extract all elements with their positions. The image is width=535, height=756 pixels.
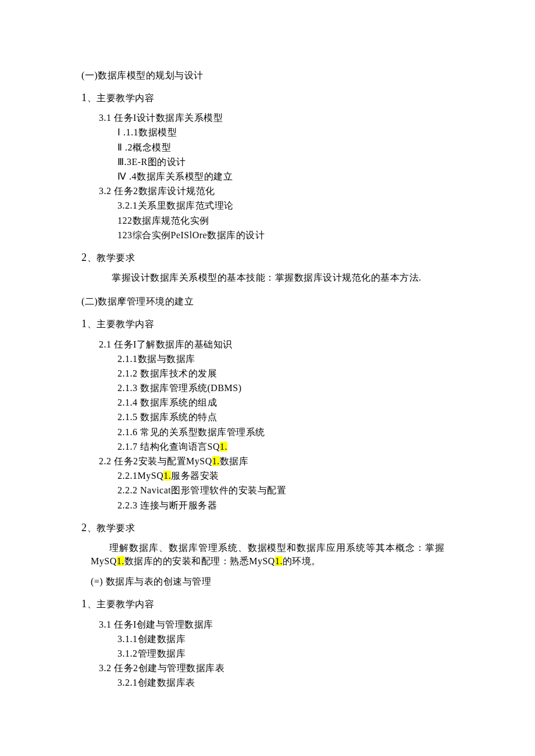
highlight-sql-5: 1. — [275, 556, 283, 566]
s3-item-1: 3.1.1创建数据库 — [117, 632, 454, 646]
num-1b: 1 — [81, 318, 87, 329]
s1-req-text: 掌握设计数据库关系模型的基本技能：掌握数据库设计规范化的基本方法. — [93, 271, 454, 284]
s3-j1: 3.2.1创建数据库表 — [117, 676, 454, 689]
s2-item-7: 2.1.7 结构化查询语言SQ1. — [117, 440, 454, 453]
num-1c: 1 — [81, 598, 87, 610]
s1-item-3: Ⅲ.3E-R图的设计 — [117, 155, 454, 169]
num-2b: 2 — [81, 522, 87, 533]
s2-item-7a: 2.1.7 结构化查询语言SQ — [117, 442, 220, 452]
s2-j1c: 服务器安装 — [171, 471, 219, 481]
s2-item-2: 2.1.2 数据库技术的发展 — [117, 367, 454, 380]
s2-j1: 2.2.1MySQ1.服务器安装 — [117, 469, 454, 482]
s1-item-1: Ⅰ .1.1数据模型 — [117, 126, 454, 139]
section-3-part-1-label: 1、主要教学内容 — [81, 596, 454, 611]
highlight-sql-3: 1. — [163, 471, 171, 481]
s2-item-4: 2.1.4 数据库系统的组成 — [117, 396, 454, 409]
highlight-sql-2: 1. — [212, 456, 220, 466]
section-2-part-1-label: 1、主要教学内容 — [81, 316, 454, 331]
s3-item-2: 3.1.2管理数据库 — [117, 647, 454, 660]
s2-task-2: 2.2 任务2安装与配置MySQ1.数据库 — [99, 454, 454, 468]
s3-task-1: 3.1 任务I创建与管理数据库 — [99, 618, 454, 631]
s1-item-6: 122数据库规范化实例 — [117, 214, 454, 227]
section-1-part-2-label: 2、教学要求 — [81, 250, 454, 265]
s2-j1a: 2.2.1MySQ — [117, 471, 163, 481]
highlight-sql-4: 1. — [117, 556, 124, 566]
s2-task-2c: 数据库 — [220, 456, 249, 466]
s2-item-1: 2.1.1数据与数据库 — [117, 352, 454, 366]
s2-req-text: 理解数据库、数据库管理系统、数据模型和数据库应用系统等其本概念：掌握MySQ1.… — [91, 541, 444, 568]
s2-item-6: 2.1.6 常见的关系型数据库管理系统 — [117, 425, 454, 439]
s3-task-2: 3.2 任务2创建与管理数据库表 — [99, 661, 454, 675]
s1-item-5: 3.2.1关系里数据库范式理论 — [117, 199, 454, 212]
s1-item-7: 123综合实例PeISlOre数据库的设计 — [117, 228, 454, 242]
s2-item-5: 2.1.5 数据库系统的特点 — [117, 410, 454, 424]
s2-req-e: 的环境。 — [283, 556, 321, 566]
section-2-title: (二)数据摩管理环境的建立 — [81, 295, 454, 308]
s2-req-c: 数据库的的安装和配理：熟悉MySQ — [124, 556, 275, 566]
section-2-part-2-label: 2、教学要求 — [81, 520, 454, 535]
s1-item-4: Ⅳ .4数据库关系模型的建立 — [117, 170, 454, 183]
s2-j3: 2.2.3 连接与断开服务器 — [117, 499, 454, 512]
num-2: 2 — [81, 252, 87, 263]
s2-item-3: 2.1.3 数据库管理系统(DBMS) — [117, 381, 454, 395]
s1-item-2: Ⅱ .2概念模型 — [117, 141, 454, 154]
highlight-sql-1: 1. — [220, 442, 227, 452]
section-1-part-1-label: 11、主要教学内容、主要教学内容 — [81, 90, 454, 105]
section-1-title: (一)数据库模型的规划与设计 — [81, 69, 454, 82]
section-3-title: (=) 数据库与表的创速与管理 — [91, 575, 454, 588]
s1-task-2: 3.2 任务2数据库设计规范化 — [99, 184, 454, 198]
s2-j2: 2.2.2 Navicat图形管理软件的安装与配置 — [117, 483, 454, 497]
s2-task-2a: 2.2 任务2安装与配置MySQ — [99, 456, 212, 466]
s1-task-1: 3.1 任务I设计数据库关系模型 — [99, 111, 454, 124]
s2-task-1: 2.1 任务I了解数据库的基础知识 — [99, 338, 454, 351]
